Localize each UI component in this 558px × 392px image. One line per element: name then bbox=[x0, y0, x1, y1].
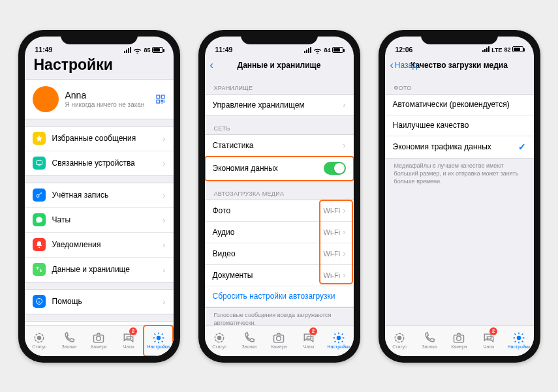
tab-calls[interactable]: Звонки bbox=[414, 325, 444, 356]
tab-settings[interactable]: Настройки bbox=[144, 325, 174, 356]
chevron-icon: › bbox=[343, 140, 345, 150]
svg-point-20 bbox=[517, 337, 520, 340]
calls-icon bbox=[423, 332, 436, 344]
row-value: Wi-Fi bbox=[324, 250, 341, 258]
page-title: Настройки bbox=[25, 55, 174, 79]
back-label: Назад bbox=[395, 61, 417, 70]
row-value: Wi-Fi bbox=[324, 207, 341, 215]
row-value: Wi-Fi bbox=[324, 228, 341, 236]
auto-row[interactable]: АудиоWi-Fi› bbox=[205, 222, 354, 243]
row-label: Уведомления bbox=[52, 240, 163, 249]
chevron-icon: › bbox=[163, 158, 165, 168]
bell-icon bbox=[33, 238, 46, 251]
chevron-icon: › bbox=[163, 215, 165, 225]
network-icon bbox=[313, 47, 322, 53]
status-icon bbox=[33, 332, 46, 344]
tab-label: Звонки bbox=[242, 344, 257, 349]
section-header: ХРАНИЛИЩЕ bbox=[205, 76, 354, 94]
network-icon bbox=[133, 47, 142, 53]
settings-row[interactable]: Рассказать другу › bbox=[25, 322, 174, 325]
row-label: Связанные устройства bbox=[52, 158, 163, 168]
chevron-left-icon: ‹ bbox=[210, 60, 213, 70]
option-row[interactable]: Экономия трафика данных✓ bbox=[385, 136, 534, 158]
row-label: Помощь bbox=[52, 297, 163, 306]
tab-status[interactable]: Статус bbox=[25, 325, 55, 356]
tab-bar: Статус Звонки Камера 2 Чаты Настройки bbox=[385, 325, 534, 356]
back-button[interactable]: ‹Назад bbox=[390, 60, 418, 70]
section-header: СЕТЬ bbox=[205, 116, 354, 134]
svg-rect-3 bbox=[36, 161, 42, 165]
auto-row[interactable]: ВидеоWi-Fi› bbox=[205, 243, 354, 265]
tab-label: Настройки bbox=[147, 344, 170, 349]
settings-row[interactable]: Помощь › bbox=[25, 290, 174, 314]
camera-icon bbox=[92, 332, 105, 344]
badge: 2 bbox=[309, 327, 317, 335]
nav-title: Данные и хранилище bbox=[238, 61, 321, 70]
chat-icon bbox=[33, 213, 46, 226]
tab-settings[interactable]: Настройки bbox=[504, 325, 534, 356]
section-header: ФОТО bbox=[385, 76, 534, 94]
settings-row[interactable]: Связанные устройства › bbox=[25, 151, 174, 175]
tab-label: Камера bbox=[91, 344, 106, 349]
reset-link[interactable]: Сбросить настройки автозагрузки bbox=[205, 286, 354, 307]
tab-label: Звонки bbox=[422, 344, 437, 349]
tab-label: Чаты bbox=[123, 344, 134, 349]
camera-icon bbox=[272, 332, 285, 344]
data-saver-row[interactable]: Экономия данных bbox=[205, 157, 354, 181]
section-header: АВТОЗАГРУЗКА МЕДИА bbox=[205, 181, 354, 200]
data-icon bbox=[33, 263, 46, 276]
svg-point-14 bbox=[277, 337, 281, 341]
camera-icon bbox=[452, 332, 465, 344]
chevron-icon: › bbox=[163, 297, 165, 307]
qr-icon[interactable] bbox=[155, 94, 166, 104]
tab-calls[interactable]: Звонки bbox=[54, 325, 84, 356]
tab-label: Камера bbox=[451, 344, 467, 349]
tab-label: Камера bbox=[271, 344, 287, 349]
row-value: Wi-Fi bbox=[324, 271, 341, 279]
chevron-icon: › bbox=[343, 227, 345, 237]
tab-chats[interactable]: 2 Чаты bbox=[114, 325, 144, 356]
svg-point-10 bbox=[157, 337, 160, 340]
calls-icon bbox=[243, 332, 256, 344]
tab-calls[interactable]: Звонки bbox=[234, 325, 264, 356]
back-button[interactable]: ‹ bbox=[210, 60, 213, 70]
auto-row[interactable]: ФотоWi-Fi› bbox=[205, 200, 354, 222]
tab-bar: Статус Звонки Камера 2 Чаты Настройки bbox=[205, 325, 354, 356]
settings-icon bbox=[152, 332, 165, 344]
tab-camera[interactable]: Камера bbox=[444, 325, 474, 356]
svg-point-4 bbox=[37, 195, 39, 198]
tab-status[interactable]: Статус bbox=[385, 325, 415, 356]
settings-row[interactable]: Учётная запись › bbox=[25, 183, 174, 208]
storage-row[interactable]: Управление хранилищем› bbox=[205, 95, 354, 115]
tab-label: Статус bbox=[212, 344, 226, 349]
stats-row[interactable]: Статистика› bbox=[205, 135, 354, 157]
row-label: Чаты bbox=[52, 215, 163, 224]
tab-label: Настройки bbox=[508, 344, 530, 349]
tab-settings[interactable]: Настройки bbox=[324, 325, 354, 356]
signal-icon bbox=[124, 47, 131, 53]
tab-camera[interactable]: Камера bbox=[264, 325, 294, 356]
row-label: Избранные сообщения bbox=[52, 134, 163, 143]
tab-label: Настройки bbox=[328, 344, 350, 349]
status-icon bbox=[393, 332, 406, 344]
battery-icon: 84 bbox=[324, 47, 343, 53]
tab-camera[interactable]: Камера bbox=[84, 325, 114, 356]
svg-rect-2 bbox=[157, 100, 160, 103]
tab-chats[interactable]: 2 Чаты bbox=[474, 325, 504, 356]
chevron-icon: › bbox=[343, 270, 345, 280]
settings-row[interactable]: Данные и хранилище › bbox=[25, 258, 174, 282]
option-row[interactable]: Наилучшее качество bbox=[385, 115, 534, 136]
tab-chats[interactable]: 2 Чаты bbox=[294, 325, 324, 356]
profile-status: Я никогда ничего не закан bbox=[65, 101, 145, 108]
svg-point-9 bbox=[97, 337, 101, 341]
settings-row[interactable]: Чаты › bbox=[25, 208, 174, 233]
toggle-switch[interactable] bbox=[324, 162, 346, 175]
settings-row[interactable]: Уведомления › bbox=[25, 233, 174, 258]
settings-row[interactable]: Избранные сообщения › bbox=[25, 127, 174, 151]
tab-label: Звонки bbox=[62, 344, 77, 349]
auto-row[interactable]: ДокументыWi-Fi› bbox=[205, 265, 354, 286]
option-row[interactable]: Автоматически (рекомендуется) bbox=[385, 95, 534, 115]
device-icon bbox=[33, 157, 46, 170]
profile-row[interactable]: Anna Я никогда ничего не закан bbox=[25, 80, 174, 119]
tab-status[interactable]: Статус bbox=[205, 325, 235, 356]
